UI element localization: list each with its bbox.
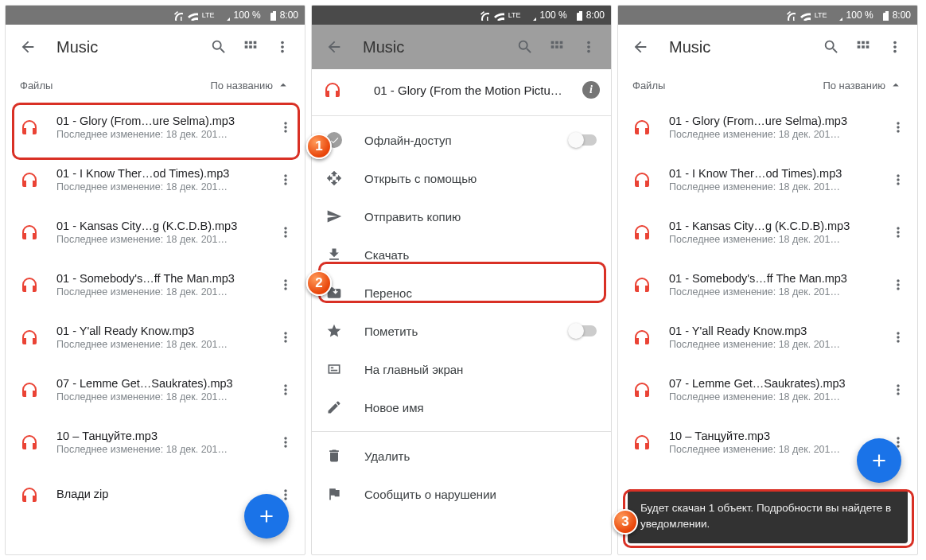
file-row[interactable]: 01 - Y'all Ready Know.mp3 Последнее изме… xyxy=(618,311,917,364)
file-more-button[interactable] xyxy=(885,224,911,240)
file-name: 07 - Lemme Get…Saukrates).mp3 xyxy=(56,377,273,390)
info-icon[interactable]: i xyxy=(582,81,600,99)
headphones-icon xyxy=(20,275,39,294)
flag-icon xyxy=(326,486,342,502)
file-row[interactable]: 10 – Танцуйте.mp3 Последнее изменение: 1… xyxy=(6,416,305,469)
menu-rename[interactable]: Новое имя xyxy=(312,388,611,426)
callout-badge-2: 2 xyxy=(306,270,332,296)
file-name: 01 - Glory (From…ure Selma).mp3 xyxy=(669,115,885,127)
file-name: 01 - I Know Ther…od Times).mp3 xyxy=(669,167,885,180)
file-row[interactable]: 01 - Somebody's…ff The Man.mp3 Последнее… xyxy=(618,259,917,311)
status-bar: LTE 100 % 8:00 xyxy=(312,6,611,25)
file-name: 01 - Y'all Ready Know.mp3 xyxy=(669,325,885,337)
menu-download[interactable]: Скачать xyxy=(312,235,611,274)
file-row[interactable]: 07 - Lemme Get…Saukrates).mp3 Последнее … xyxy=(6,364,305,416)
edit-icon xyxy=(326,399,342,415)
back-button[interactable] xyxy=(624,31,656,63)
headphones-icon xyxy=(20,328,39,347)
file-row[interactable]: 01 - Y'all Ready Know.mp3 Последнее изме… xyxy=(6,311,305,364)
file-more-button[interactable] xyxy=(273,434,298,450)
overflow-button[interactable] xyxy=(879,31,911,63)
file-name: 01 - Y'all Ready Know.mp3 xyxy=(56,325,273,337)
file-more-button[interactable] xyxy=(273,172,298,188)
menu-star[interactable]: Пометить xyxy=(312,312,611,350)
fab-add[interactable] xyxy=(857,438,901,483)
file-name: 07 - Lemme Get…Saukrates).mp3 xyxy=(669,377,885,390)
file-more-button[interactable] xyxy=(885,329,911,345)
menu-move[interactable]: Перенос xyxy=(312,274,611,312)
overflow-button[interactable] xyxy=(267,31,298,63)
trash-icon xyxy=(326,448,342,464)
file-sub: Последнее изменение: 18 дек. 201… xyxy=(669,129,885,140)
status-bar: LTE 100 % 8:00 xyxy=(6,6,305,25)
add-home-icon xyxy=(326,361,342,377)
status-bar: LTE 100 % 8:00 xyxy=(618,6,917,25)
view-grid-button[interactable] xyxy=(847,31,879,63)
star-toggle[interactable] xyxy=(570,325,597,336)
star-icon xyxy=(326,323,342,339)
view-grid-button[interactable] xyxy=(235,31,267,63)
file-list: 01 - Glory (From…ure Selma).mp3 Последне… xyxy=(6,101,305,521)
sort-button[interactable]: По названию xyxy=(823,78,903,92)
file-more-button[interactable] xyxy=(885,172,911,188)
file-more-button[interactable] xyxy=(273,224,298,240)
file-name: Влади zip xyxy=(56,488,273,500)
file-more-button[interactable] xyxy=(885,382,911,398)
file-row[interactable]: 01 - Somebody's…ff The Man.mp3 Последнее… xyxy=(6,259,305,311)
menu-send-copy[interactable]: Отправить копию xyxy=(312,197,611,235)
menu-open-with[interactable]: Открыть с помощью xyxy=(312,159,611,197)
overflow-button[interactable] xyxy=(573,31,605,63)
lte-label: LTE xyxy=(202,12,215,19)
headphones-icon xyxy=(20,223,39,242)
file-more-button[interactable] xyxy=(273,329,298,345)
file-more-button[interactable] xyxy=(273,382,298,398)
file-row[interactable]: 01 - Glory (From…ure Selma).mp3 Последне… xyxy=(618,101,917,154)
file-sub: Последнее изменение: 18 дек. 201… xyxy=(669,391,885,402)
file-more-button[interactable] xyxy=(273,119,298,135)
file-sub: Последнее изменение: 18 дек. 201… xyxy=(56,181,273,192)
sheet-title: 01 - Glory (From the Motion Pictu… xyxy=(374,84,568,97)
list-subheader: Файлы По названию xyxy=(618,69,917,101)
search-button[interactable] xyxy=(815,31,847,63)
sort-button[interactable]: По названию xyxy=(210,78,290,92)
file-row[interactable]: 01 - Kansas City…g (K.C.D.B).mp3 Последн… xyxy=(6,206,305,259)
file-row[interactable]: 01 - I Know Ther…od Times).mp3 Последнее… xyxy=(6,154,305,206)
file-row[interactable]: 01 - I Know Ther…od Times).mp3 Последнее… xyxy=(618,154,917,206)
back-button[interactable] xyxy=(12,31,44,63)
file-list: 01 - Glory (From…ure Selma).mp3 Последне… xyxy=(618,101,917,469)
phone-screen-2: LTE 100 % 8:00 Music 01 - Glory (From th… xyxy=(311,5,612,555)
headphones-icon xyxy=(632,275,652,294)
file-row[interactable]: 07 - Lemme Get…Saukrates).mp3 Последнее … xyxy=(618,364,917,416)
headphones-icon xyxy=(20,170,39,189)
menu-homescreen[interactable]: На главный экран xyxy=(312,350,611,388)
headphones-icon xyxy=(323,80,342,99)
search-button[interactable] xyxy=(203,31,235,63)
menu-offline[interactable]: Офлайн-доступ xyxy=(312,121,611,159)
file-more-button[interactable] xyxy=(273,277,298,293)
file-row[interactable]: 01 - Kansas City…g (K.C.D.B).mp3 Последн… xyxy=(618,206,917,259)
menu-delete[interactable]: Удалить xyxy=(312,437,611,475)
offline-toggle[interactable] xyxy=(570,134,597,146)
headphones-icon xyxy=(632,170,652,189)
file-name: 10 – Танцуйте.mp3 xyxy=(669,430,885,442)
search-button[interactable] xyxy=(509,31,541,63)
headphones-icon xyxy=(632,380,652,399)
file-sub: Последнее изменение: 18 дек. 201… xyxy=(56,339,273,350)
menu-report[interactable]: Сообщить о нарушении xyxy=(312,475,611,505)
file-sub: Последнее изменение: 18 дек. 201… xyxy=(669,339,885,350)
fab-add[interactable] xyxy=(244,494,289,539)
sheet-header: 01 - Glory (From the Motion Pictu… i xyxy=(312,69,611,111)
file-sub: Последнее изменение: 18 дек. 201… xyxy=(669,181,885,192)
download-icon xyxy=(326,247,342,262)
file-more-button[interactable] xyxy=(885,277,911,293)
file-more-button[interactable] xyxy=(885,119,911,135)
file-name: 01 - Somebody's…ff The Man.mp3 xyxy=(669,272,885,285)
headphones-icon xyxy=(632,433,652,452)
back-button[interactable] xyxy=(318,31,350,63)
clock: 8:00 xyxy=(280,10,298,21)
phone-screen-3: LTE 100 % 8:00 Music Файлы По названию 0… xyxy=(617,5,918,555)
file-row[interactable]: 01 - Glory (From…ure Selma).mp3 Последне… xyxy=(6,101,305,154)
view-grid-button[interactable] xyxy=(541,31,573,63)
file-name: 01 - Kansas City…g (K.C.D.B).mp3 xyxy=(56,220,273,232)
file-name: 01 - Kansas City…g (K.C.D.B).mp3 xyxy=(669,220,885,232)
